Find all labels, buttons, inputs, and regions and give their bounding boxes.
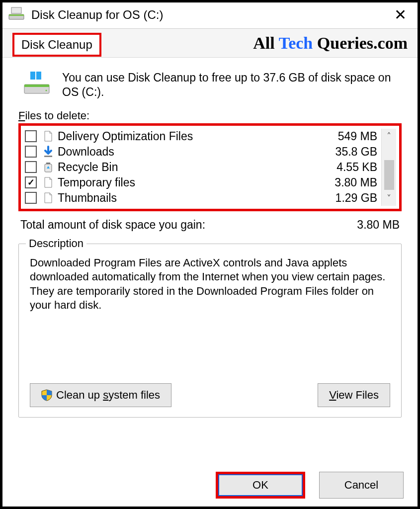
- page-icon: [42, 176, 55, 188]
- tab-disk-cleanup[interactable]: Disk Cleanup: [12, 33, 101, 57]
- ok-highlight: OK: [216, 472, 305, 499]
- list-item[interactable]: Temporary files3.80 MB: [24, 175, 381, 190]
- content-area: You can use Disk Cleanup to free up to 3…: [2, 58, 418, 418]
- svg-rect-1: [9, 14, 24, 16]
- view-files-button[interactable]: View Files: [318, 383, 390, 407]
- watermark-tech: Tech: [279, 34, 313, 52]
- scrollbar[interactable]: ˄ ˅: [381, 129, 396, 206]
- svg-rect-4: [36, 72, 41, 78]
- item-name: Recycle Bin: [58, 161, 318, 174]
- svg-rect-10: [44, 156, 52, 157]
- item-size: 35.8 GB: [318, 145, 377, 159]
- total-label: Total amount of disk space you gain:: [20, 218, 205, 232]
- list-item[interactable]: Downloads35.8 GB: [24, 144, 381, 160]
- dialog-button-bar: OK Cancel: [216, 472, 404, 499]
- checkbox[interactable]: [25, 130, 37, 142]
- svg-rect-2: [11, 7, 21, 13]
- drive-icon: [8, 6, 24, 23]
- item-name: Thumbnails: [58, 191, 318, 205]
- list-item[interactable]: Recycle Bin4.55 KB: [24, 160, 381, 175]
- item-size: 1.29 GB: [318, 191, 377, 205]
- scroll-thumb[interactable]: [384, 160, 394, 190]
- files-list: Delivery Optimization Files549 MBDownloa…: [18, 123, 402, 211]
- item-size: 3.80 MB: [318, 176, 377, 189]
- tab-strip: Disk Cleanup All Tech Queries.com: [2, 29, 418, 58]
- svg-point-9: [46, 90, 47, 91]
- recycle-icon: [42, 161, 55, 173]
- svg-rect-6: [36, 78, 41, 80]
- page-icon: [42, 192, 55, 204]
- watermark-all: All: [253, 34, 278, 52]
- scroll-down-icon[interactable]: ˅: [387, 193, 391, 204]
- watermark-queries: Queries.com: [313, 34, 408, 52]
- item-name: Delivery Optimization Files: [58, 130, 318, 143]
- checkbox[interactable]: [25, 146, 37, 158]
- cancel-button[interactable]: Cancel: [319, 472, 404, 499]
- item-size: 549 MB: [318, 130, 377, 143]
- titlebar: Disk Cleanup for OS (C:) ✕: [2, 2, 418, 29]
- close-button[interactable]: ✕: [389, 7, 412, 22]
- page-icon: [42, 130, 55, 142]
- download-icon: [42, 146, 55, 158]
- cleanup-system-files-button[interactable]: Clean up system files: [30, 383, 171, 407]
- cleanup-btn-label: Clean up system files: [56, 389, 160, 402]
- item-name: Temporary files: [58, 176, 318, 189]
- window-title: Disk Cleanup for OS (C:): [31, 8, 389, 22]
- svg-rect-8: [24, 85, 49, 87]
- svg-rect-3: [30, 72, 35, 78]
- files-to-delete-label: Files to delete:: [18, 109, 402, 122]
- item-name: Downloads: [58, 145, 318, 159]
- watermark-text: All Tech Queries.com: [253, 34, 408, 53]
- svg-rect-5: [30, 78, 35, 80]
- scroll-up-icon[interactable]: ˄: [387, 131, 391, 142]
- total-value: 3.80 MB: [357, 218, 400, 232]
- description-legend: Description: [26, 237, 86, 250]
- files-label-accel: F: [18, 109, 25, 122]
- checkbox[interactable]: [25, 176, 37, 188]
- files-label-rest: iles to delete:: [25, 109, 89, 122]
- item-size: 4.55 KB: [318, 161, 377, 174]
- description-text: Downloaded Program Files are ActiveX con…: [30, 256, 390, 313]
- svg-rect-12: [46, 163, 50, 164]
- dialog-window: Disk Cleanup for OS (C:) ✕ Disk Cleanup …: [0, 0, 420, 509]
- ok-button[interactable]: OK: [218, 474, 303, 496]
- shield-icon: [41, 389, 52, 401]
- view-files-label: View Files: [329, 389, 379, 402]
- checkbox[interactable]: [25, 161, 37, 173]
- total-row: Total amount of disk space you gain: 3.8…: [18, 211, 402, 236]
- list-item[interactable]: Delivery Optimization Files549 MB: [24, 129, 381, 144]
- description-group: Description Downloaded Program Files are…: [18, 244, 402, 418]
- drive-hero-icon: [23, 71, 50, 98]
- intro-row: You can use Disk Cleanup to free up to 3…: [18, 66, 402, 103]
- intro-text: You can use Disk Cleanup to free up to 3…: [62, 71, 397, 99]
- checkbox[interactable]: [25, 192, 37, 204]
- list-item[interactable]: Thumbnails1.29 GB: [24, 190, 381, 206]
